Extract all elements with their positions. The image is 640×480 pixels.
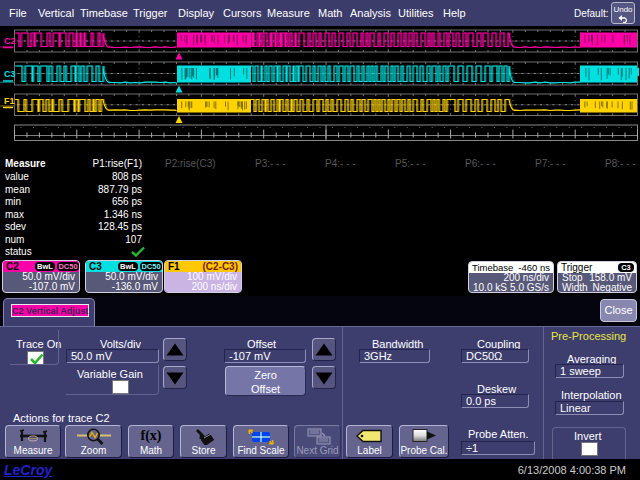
svg-text:C2: C2 bbox=[4, 36, 16, 46]
svg-text:C3: C3 bbox=[4, 69, 16, 79]
svg-text:F1: F1 bbox=[4, 96, 15, 106]
